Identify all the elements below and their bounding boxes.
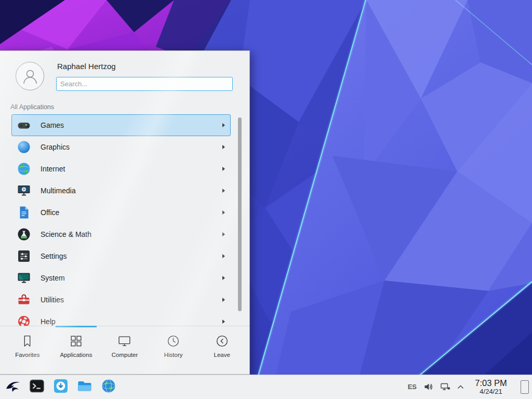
tab-history[interactable]: History [149,326,198,374]
tab-label: History [164,352,183,358]
submenu-arrow-icon [222,298,225,302]
desktop: Raphael Hertzog All Applications Games [0,0,532,399]
software-center-icon [53,378,69,396]
category-label: Science & Math [41,230,91,238]
clock-date: 4/24/21 [471,388,511,396]
category-label: Internet [41,165,65,173]
application-launcher-menu: Raphael Hertzog All Applications Games [0,50,250,375]
history-clock-icon [166,334,180,348]
category-label: Graphics [41,143,70,151]
web-browser-launcher[interactable] [100,379,116,395]
volume-icon[interactable] [423,382,433,392]
clock-time: 7:03 PM [471,378,511,388]
category-system[interactable]: System [11,267,231,289]
submenu-arrow-icon [222,232,225,236]
taskbar-panel: ES 7:03 [0,375,532,399]
category-settings[interactable]: Settings [11,245,231,267]
tab-label: Favorites [15,352,39,358]
multimedia-monitor-icon [17,183,31,198]
category-label: Settings [41,252,67,260]
application-launcher-button[interactable] [5,379,21,395]
submenu-arrow-icon [222,189,225,193]
internet-globe-icon [17,162,31,176]
user-avatar[interactable] [16,62,44,90]
category-help[interactable]: Help [11,311,231,326]
applications-grid-icon [69,334,83,348]
clock-widget[interactable]: 7:03 PM 4/24/21 [471,378,511,395]
expand-tray-icon[interactable] [457,385,464,389]
terminal-launcher[interactable] [29,379,45,395]
category-utilities[interactable]: Utilities [11,289,231,311]
submenu-arrow-icon [222,320,225,324]
category-label: Games [41,121,64,129]
tab-label: Leave [214,352,230,358]
tab-label: Computer [112,352,138,358]
computer-monitor-icon [117,334,131,348]
application-category-list: Games Graphics [0,114,249,326]
category-office[interactable]: Office [11,202,231,223]
show-desktop-button[interactable] [521,380,529,394]
tab-applications[interactable]: Applications [52,326,101,374]
settings-sliders-icon [17,249,31,263]
category-games[interactable]: Games [11,114,231,136]
tab-favorites[interactable]: Favorites [3,326,52,374]
help-lifering-icon [17,314,31,326]
browser-globe-icon [101,378,116,396]
submenu-arrow-icon [222,123,225,127]
category-internet[interactable]: Internet [11,158,231,180]
gamepad-icon [17,118,31,132]
category-science-math[interactable]: Science & Math [11,223,231,245]
category-label: Utilities [41,296,64,304]
terminal-icon [29,378,45,396]
submenu-arrow-icon [222,145,225,149]
network-icon[interactable] [440,382,450,392]
category-label: System [41,274,65,282]
science-flask-icon [17,227,31,242]
graphics-orb-icon [17,140,31,154]
submenu-arrow-icon [222,210,225,215]
user-name: Raphael Hertzog [57,62,116,71]
tab-label: Applications [60,352,92,358]
system-monitor-icon [17,271,31,285]
category-graphics[interactable]: Graphics [11,136,231,158]
office-document-icon [17,205,31,220]
tab-leave[interactable]: Leave [197,326,246,374]
search-input[interactable] [56,77,233,91]
tab-computer[interactable]: Computer [100,326,149,374]
submenu-arrow-icon [222,167,225,171]
utilities-toolbox-icon [17,292,31,307]
category-label: Office [41,208,59,217]
software-center-launcher[interactable] [52,379,69,395]
taskbar-launchers [0,379,116,395]
submenu-arrow-icon [222,276,225,280]
file-manager-launcher[interactable] [76,379,92,395]
system-tray: ES 7:03 [408,378,532,395]
launcher-tab-bar: Favorites Applications [0,326,249,374]
keyboard-layout-indicator[interactable]: ES [408,383,417,391]
bookmark-icon [20,334,34,348]
category-label: Help [41,317,56,326]
folder-icon [77,378,92,396]
submenu-arrow-icon [222,254,225,258]
list-scrollbar[interactable] [238,117,242,311]
category-label: Multimedia [41,187,76,195]
section-label: All Applications [10,103,54,111]
category-multimedia[interactable]: Multimedia [11,180,231,202]
leave-icon [215,334,229,348]
user-silhouette-icon [21,68,39,85]
kali-menu-icon [5,378,21,396]
